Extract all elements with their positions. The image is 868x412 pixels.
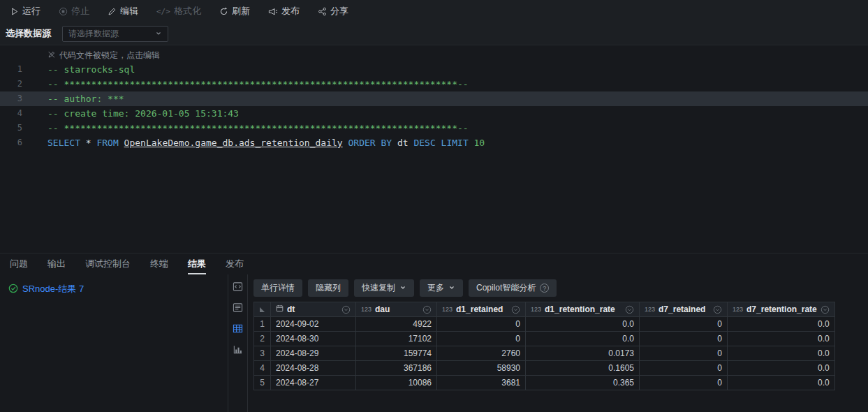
column-header-inner: 123d1_retained [442, 304, 520, 314]
cell-d1_retention_rate[interactable]: 0.0 [526, 332, 640, 346]
panel-body: SRnode-结果 7 单行详情隐藏列快速复制更多Copilot智能分析? dt… [0, 274, 868, 412]
cell-dt[interactable]: 2024-08-28 [271, 361, 356, 376]
refresh-icon [219, 7, 228, 16]
cell-d7_retained[interactable]: 0 [640, 376, 728, 390]
refresh-label: 刷新 [232, 5, 250, 17]
cell-dt[interactable]: 2024-09-02 [271, 317, 356, 332]
edit-icon [108, 7, 117, 16]
code-line[interactable]: 6SELECT * FROM OpenLakeDemo.game_db.ads_… [0, 135, 868, 150]
cell-d1_retention_rate[interactable]: 0.0173 [526, 346, 640, 361]
success-check-icon [8, 284, 18, 295]
cell-dau[interactable]: 17102 [356, 332, 437, 346]
cell-dt[interactable]: 2024-08-29 [271, 346, 356, 361]
cell-d1_retained[interactable]: 0 [437, 317, 526, 332]
cell-d7_retained[interactable]: 0 [640, 332, 728, 346]
row-detail-button[interactable]: 单行详情 [253, 279, 302, 297]
hide-columns-button[interactable]: 隐藏列 [308, 279, 348, 297]
filter-chevron-icon[interactable] [511, 305, 520, 314]
cell-d7_retained[interactable]: 0 [640, 317, 728, 332]
cell-d7_retention_rate[interactable]: 0.0 [728, 317, 835, 332]
cell-dau[interactable]: 10086 [356, 376, 437, 390]
tab-results[interactable]: 结果 [188, 253, 206, 274]
row-index[interactable]: 5 [254, 376, 271, 390]
lock-notice[interactable]: 代码文件被锁定，点击编辑 [47, 48, 868, 62]
cell-dt[interactable]: 2024-08-30 [271, 332, 356, 346]
cell-d1_retained[interactable]: 0 [437, 332, 526, 346]
cell-d7_retention_rate[interactable]: 0.0 [728, 346, 835, 361]
column-header-d1_retention_rate[interactable]: 123d1_retention_rate [526, 302, 640, 317]
filter-chevron-icon[interactable] [625, 305, 634, 314]
table-row: 22024-08-301710200.000.0 [254, 332, 835, 346]
line-number: 6 [0, 135, 32, 150]
cell-dau[interactable]: 367186 [356, 361, 437, 376]
tab-terminal[interactable]: 终端 [150, 253, 168, 274]
table-view-icon[interactable] [233, 323, 243, 334]
quick-copy-button[interactable]: 快速复制 [354, 279, 414, 297]
cell-dau[interactable]: 4922 [356, 317, 437, 332]
cell-d1_retained[interactable]: 2760 [437, 346, 526, 361]
line-number: 5 [0, 121, 32, 135]
table-row: 52024-08-271008636810.36500.0 [254, 376, 835, 390]
tab-debug-console[interactable]: 调试控制台 [85, 253, 131, 274]
chart-view-icon[interactable] [233, 344, 243, 355]
code-line[interactable]: 3-- author: *** [0, 91, 868, 106]
filter-chevron-icon[interactable] [341, 305, 351, 314]
tab-problems[interactable]: 问题 [10, 253, 28, 274]
cell-d7_retention_rate[interactable]: 0.0 [728, 361, 835, 376]
more-button[interactable]: 更多 [420, 279, 463, 297]
column-header-inner: 123d7_retained [645, 304, 722, 314]
row-index[interactable]: 3 [254, 346, 271, 361]
cell-dt[interactable]: 2024-08-27 [271, 376, 356, 390]
cell-d7_retention_rate[interactable]: 0.0 [728, 376, 835, 390]
tab-output[interactable]: 输出 [47, 253, 66, 274]
code-line[interactable]: 4-- create time: 2026-01-05 15:31:43 [0, 106, 868, 121]
share-button[interactable]: 分享 [318, 5, 348, 17]
sql-view-icon[interactable] [233, 281, 243, 292]
cell-d7_retained[interactable]: 0 [640, 346, 728, 361]
row-index[interactable]: 1 [254, 317, 271, 332]
cell-d1_retention_rate[interactable]: 0.1605 [526, 361, 640, 376]
code-line[interactable]: 2-- ************************************… [0, 77, 868, 91]
cell-d7_retained[interactable]: 0 [640, 361, 728, 376]
panel-tab-bar: 问题输出调试控制台终端结果发布 [0, 253, 868, 274]
result-link[interactable]: SRnode-结果 7 [8, 283, 84, 295]
chevron-down-icon [448, 284, 455, 293]
cell-d1_retention_rate[interactable]: 0.0 [526, 317, 640, 332]
edit-label: 编辑 [120, 5, 138, 17]
form-view-icon[interactable] [233, 302, 243, 313]
filter-chevron-icon[interactable] [422, 305, 432, 314]
chevron-down-icon [399, 284, 406, 293]
cell-d1_retention_rate[interactable]: 0.365 [526, 376, 640, 390]
cell-d7_retention_rate[interactable]: 0.0 [728, 332, 835, 346]
edit-button[interactable]: 编辑 [108, 5, 138, 17]
column-label: d1_retention_rate [545, 304, 615, 314]
column-label: d1_retained [456, 304, 503, 314]
share-label: 分享 [330, 5, 348, 17]
cell-d1_retained[interactable]: 58930 [437, 361, 526, 376]
column-header-d1_retained[interactable]: 123d1_retained [437, 302, 526, 317]
column-header-dt[interactable]: dt [271, 302, 356, 317]
publish-button[interactable]: 发布 [268, 5, 300, 17]
filter-chevron-icon[interactable] [713, 305, 722, 314]
cell-d1_retained[interactable]: 3681 [437, 376, 526, 390]
line-number: 4 [0, 106, 32, 121]
row-index[interactable]: 4 [254, 361, 271, 376]
run-button[interactable]: 运行 [10, 5, 41, 17]
column-header-dau[interactable]: 123dau [356, 302, 437, 317]
table-row: 32024-08-2915977427600.017300.0 [254, 346, 835, 361]
refresh-button[interactable]: 刷新 [219, 5, 250, 17]
column-header-d7_retained[interactable]: 123d7_retained [640, 302, 728, 317]
select-all-corner[interactable] [254, 302, 271, 317]
column-header-d7_retention_rate[interactable]: 123d7_retention_rate [728, 302, 835, 317]
column-header-inner: 123d7_retention_rate [733, 304, 830, 314]
format-icon: </> [156, 7, 170, 16]
code-editor[interactable]: 代码文件被锁定，点击编辑 1-- starrocks-sql2-- ******… [0, 45, 868, 253]
row-index[interactable]: 2 [254, 332, 271, 346]
copilot-analysis-button[interactable]: Copilot智能分析? [469, 279, 557, 297]
cell-dau[interactable]: 159774 [356, 346, 437, 361]
filter-chevron-icon[interactable] [821, 305, 830, 314]
datasource-select[interactable]: 请选择数据源 [62, 26, 168, 42]
tab-publish[interactable]: 发布 [226, 253, 244, 274]
code-line[interactable]: 5-- ************************************… [0, 121, 868, 135]
code-line[interactable]: 1-- starrocks-sql [0, 62, 868, 77]
